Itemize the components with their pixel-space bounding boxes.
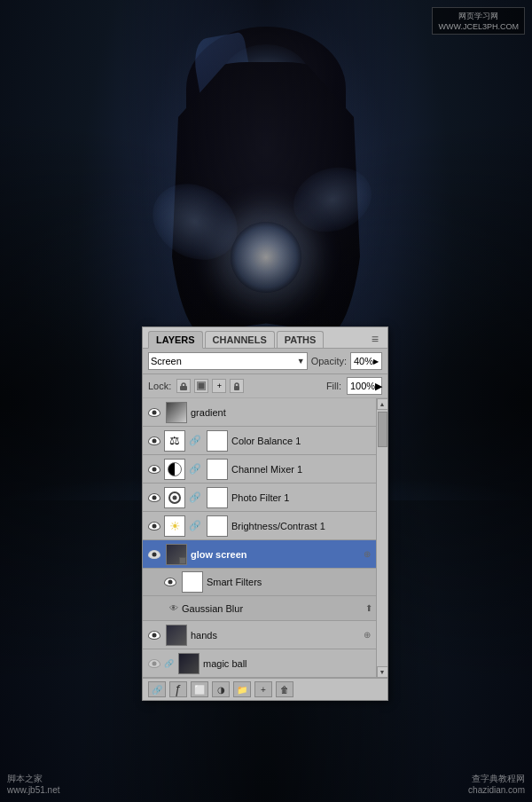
layer-photo-filter[interactable]: 🔗 Photo Filter 1	[143, 484, 376, 512]
layer-name-brightness-contrast: Brightness/Contrast 1	[231, 521, 372, 531]
thumb-hands	[166, 625, 187, 646]
visibility-hands[interactable]	[146, 627, 162, 643]
thumb-glow-screen	[166, 544, 187, 565]
thumb-color-balance: ⚖	[164, 430, 185, 452]
layer-options-hands: ⊕	[364, 630, 371, 640]
channel-mixer-icon	[168, 462, 182, 476]
watermark-br-line2: chazidian.com	[468, 785, 525, 795]
fill-input[interactable]: 100% ▶	[347, 377, 382, 395]
opacity-value-text: 40%	[354, 356, 373, 366]
link-icon-cb: 🔗	[189, 435, 201, 446]
thumb-channel-mixer	[164, 459, 185, 480]
lock-all-btn[interactable]	[230, 379, 244, 393]
watermark-bl-line1: 脚本之家	[7, 773, 59, 785]
new-layer-btn[interactable]: +	[254, 681, 272, 697]
layer-glow-screen[interactable]: glow screen ⊕	[143, 540, 376, 569]
visibility-photo-filter[interactable]	[146, 490, 162, 506]
eye-placeholder: 👁	[169, 603, 178, 613]
mask-color-balance	[207, 430, 228, 452]
link-icon-pf: 🔗	[189, 491, 201, 503]
layer-name-hands: hands	[191, 630, 364, 641]
visibility-gradient[interactable]	[146, 405, 162, 421]
eye-icon	[148, 493, 160, 502]
layer-name-photo-filter: Photo Filter 1	[231, 492, 372, 503]
lock-icons-group: +	[176, 379, 244, 393]
lock-position-btn[interactable]: +	[212, 379, 226, 393]
add-style-btn[interactable]: ƒ	[169, 681, 187, 697]
link-icon-bc: 🔗	[189, 520, 201, 531]
add-adjustment-btn[interactable]: ◑	[212, 681, 230, 697]
svg-rect-5	[235, 383, 239, 387]
layer-brightness-contrast[interactable]: ☀ 🔗 Brightness/Contrast 1	[143, 512, 376, 540]
layer-gradient[interactable]: gradient	[143, 398, 376, 427]
scroll-thumb[interactable]	[378, 412, 387, 447]
blend-mode-value: Screen	[151, 356, 182, 366]
tab-layers[interactable]: LAYERS	[148, 331, 203, 349]
eye-icon	[148, 522, 160, 531]
watermark-bl-line2: www.jb51.net	[7, 785, 59, 795]
watermark-top-right: 网页学习网 WWW.JCEL3PH.COM	[432, 7, 525, 35]
layer-smart-filters[interactable]: Smart Filters	[143, 569, 376, 596]
layers-scrollbar[interactable]: ▲ ▼	[376, 398, 387, 678]
watermark-tr-line2: WWW.JCEL3PH.COM	[438, 22, 519, 31]
tab-channels[interactable]: CHANNELS	[205, 331, 275, 348]
add-mask-btn[interactable]: ⬜	[191, 681, 208, 697]
panel-bottom-bar: 🔗 ƒ ⬜ ◑ 📁 + 🗑	[143, 678, 387, 700]
add-group-btn[interactable]: 📁	[233, 681, 251, 697]
panel-tabs: LAYERS CHANNELS PATHS ≡	[143, 327, 387, 349]
link-icon-magic: 🔗	[162, 657, 175, 671]
visibility-channel-mixer[interactable]	[146, 461, 162, 477]
fill-label: Fill:	[326, 381, 341, 391]
lock-image-btn[interactable]	[194, 379, 208, 393]
thumb-photo-filter	[164, 487, 185, 508]
thumb-gradient	[166, 402, 187, 423]
eye-icon	[164, 578, 176, 586]
eye-icon	[148, 408, 160, 417]
visibility-smart-filters[interactable]	[162, 574, 178, 590]
opacity-label: Opacity:	[311, 356, 347, 366]
panel-menu-icon[interactable]: ≡	[368, 330, 382, 348]
link-layers-btn[interactable]: 🔗	[148, 681, 166, 697]
watermark-bottom-right: 查字典教程网 chazidian.com	[468, 773, 525, 795]
watermark-tr-line1: 网页学习网	[438, 11, 519, 22]
layer-hands[interactable]: hands ⊕	[143, 621, 376, 649]
fill-value-text: 100%	[350, 381, 375, 391]
lock-fill-row: Lock: + Fill: 100% ▶	[143, 374, 387, 398]
thumb-brightness-contrast: ☀	[164, 515, 185, 537]
layers-panel: LAYERS CHANNELS PATHS ≡ Screen ▼ Opacity…	[142, 326, 388, 701]
layer-name-glow-screen: glow screen	[191, 549, 364, 560]
eye-icon	[148, 465, 160, 474]
photo-filter-icon	[168, 491, 181, 504]
layer-name-color-balance: Color Balance 1	[231, 436, 372, 446]
tabs-container: LAYERS CHANNELS PATHS	[148, 331, 324, 348]
tab-paths[interactable]: PATHS	[277, 331, 325, 348]
scroll-up-arrow[interactable]: ▲	[377, 398, 388, 410]
svg-rect-1	[182, 383, 185, 387]
opacity-input[interactable]: 40% ▶	[350, 352, 382, 370]
mask-channel-mixer	[207, 459, 228, 480]
eye-icon	[148, 659, 160, 668]
opacity-arrow: ▶	[373, 358, 379, 366]
fill-arrow: ▶	[375, 381, 382, 392]
blend-opacity-row: Screen ▼ Opacity: 40% ▶	[143, 349, 387, 374]
layer-color-balance[interactable]: ⚖ 🔗 Color Balance 1	[143, 427, 376, 455]
layer-name-gaussian-blur: Gaussian Blur	[182, 603, 365, 614]
scroll-down-arrow[interactable]: ▼	[377, 666, 388, 678]
layer-channel-mixer[interactable]: 🔗 Channel Mixer 1	[143, 455, 376, 484]
delete-layer-btn[interactable]: 🗑	[276, 681, 293, 697]
visibility-glow-screen[interactable]	[146, 546, 162, 562]
visibility-color-balance[interactable]	[146, 433, 162, 449]
mask-brightness-contrast	[207, 515, 228, 537]
thumb-smart-filters	[182, 571, 203, 593]
eye-icon	[148, 550, 160, 559]
watermark-br-line1: 查字典教程网	[468, 773, 525, 785]
layer-name-channel-mixer: Channel Mixer 1	[231, 464, 372, 475]
layer-gaussian-blur[interactable]: 👁 Gaussian Blur ⬆	[143, 596, 376, 621]
layers-list: gradient ⚖ 🔗 Color Balance 1	[143, 398, 387, 678]
brightness-icon: ☀	[169, 519, 181, 533]
layer-magic-ball[interactable]: 🔗 magic ball	[143, 649, 376, 678]
layer-name-gradient: gradient	[191, 407, 372, 418]
blend-mode-select[interactable]: Screen ▼	[148, 352, 308, 370]
visibility-brightness-contrast[interactable]	[146, 518, 162, 534]
lock-transparent-btn[interactable]	[176, 379, 191, 393]
